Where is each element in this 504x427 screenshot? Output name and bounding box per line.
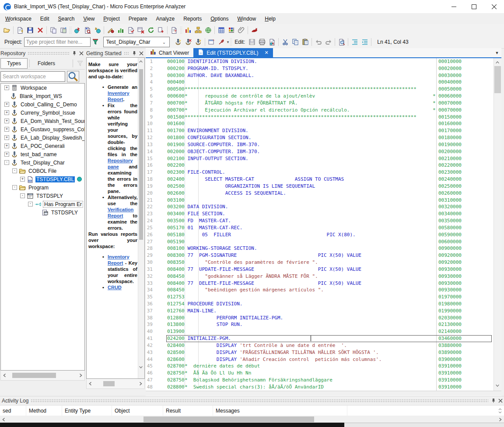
tree-item-curreny-symbol-issue[interactable]: +Curreny_Symbol_Issue	[1, 108, 84, 117]
delete-button[interactable]	[35, 25, 45, 35]
scroll-up-icon[interactable]	[139, 59, 144, 65]
code-line[interactable]: 37012760 MAIN-LINE.01990000	[146, 308, 501, 315]
tree-item-has-program-er[interactable]: -Has Program Er	[1, 200, 84, 208]
menu-prepare[interactable]: Prepare	[124, 14, 152, 23]
report-check-button[interactable]	[126, 25, 136, 35]
diagram-callie-button[interactable]	[193, 25, 203, 35]
indent-button[interactable]	[350, 37, 360, 47]
minimize-button[interactable]	[444, 0, 464, 13]
tree-item-tstdsply-cbl[interactable]: +TSTDSPLY.CBL	[1, 175, 84, 183]
column-header-messages[interactable]: Messages	[213, 406, 347, 416]
tab-folders[interactable]: Folders	[32, 59, 61, 68]
menu-view[interactable]: View	[79, 14, 99, 23]
code-line[interactable]: 44028600 DISPLAY 'Añadir Creación contro…	[146, 356, 501, 363]
expand-icon[interactable]: +	[4, 135, 9, 140]
scroll-left-icon[interactable]	[0, 417, 8, 422]
tree-item-test-display-char[interactable]: -Test_Display_Char	[1, 158, 84, 167]
tree-item-program[interactable]: -Program	[1, 183, 84, 192]
activity-log-hscrollbar[interactable]	[0, 416, 504, 423]
code-line[interactable]: 25005170 01 MASTER-CAT-REC.00580000	[146, 224, 501, 231]
code-line[interactable]: 13001900 SOURCE-COMPUTER. IBM-370.001900…	[146, 141, 501, 148]
tree-item-tstdsply[interactable]: -TSTDSPLY	[1, 192, 84, 200]
maximize-button[interactable]	[464, 0, 484, 13]
column-header-entity-type[interactable]: Entity Type	[62, 406, 112, 416]
pin-icon[interactable]	[131, 50, 138, 56]
column-header-sed[interactable]: sed	[0, 406, 26, 416]
web-client-button[interactable]	[203, 25, 213, 35]
collapse-icon[interactable]: -	[12, 168, 17, 173]
menu-window[interactable]: Window	[233, 14, 261, 23]
search-button[interactable]	[67, 71, 79, 82]
code-line[interactable]: 30008350 "Contrôle des paramètres de fév…	[146, 259, 501, 266]
save-grey-button[interactable]	[247, 37, 257, 47]
move-files-button[interactable]	[58, 25, 68, 35]
tree-item-blank-import-ws[interactable]: Blank_Import_WS	[1, 92, 84, 100]
menu-workspace[interactable]: Workspace	[1, 14, 36, 23]
drop-results-button[interactable]	[136, 25, 146, 35]
find-preview-button[interactable]	[336, 37, 346, 47]
code-line[interactable]: 2700519000600000	[146, 238, 501, 245]
close-tab-icon[interactable]: ✕	[264, 50, 268, 56]
code-line[interactable]: 17002300 FILE-CONTROL.00230000	[146, 169, 501, 176]
verify-doc-button[interactable]	[267, 37, 277, 47]
invalidate-button[interactable]	[105, 25, 116, 35]
redo-grey-button[interactable]	[323, 37, 333, 47]
run-deer-button[interactable]	[249, 25, 259, 35]
expand-icon[interactable]: +	[4, 110, 9, 115]
repository-tree[interactable]: +WorkspaceBlank_Import_WS+Cobol_Calling_…	[0, 83, 85, 371]
code-line[interactable]: 38012800 PERFORM INITIALIZE-PGM.02030000	[146, 315, 501, 322]
code-line[interactable]: 24003500 FD MASTER-CAT.00350000	[146, 217, 501, 224]
scroll-right-icon[interactable]	[77, 373, 84, 378]
code-line[interactable]: 6000600* repoussé de contrôle de la ajou…	[146, 93, 501, 100]
tree-item-cobol-file[interactable]: -COBOL File	[1, 167, 84, 175]
code-line[interactable]: 1000160000160000	[146, 120, 501, 127]
code-line[interactable]: 7000700* ÅTGÄRD högsta för FÖRBÄTTRAT PÅ…	[146, 100, 501, 107]
code-line[interactable]: 34008450 "beëindigen gestión márgenes ar…	[146, 287, 501, 294]
collapse-icon[interactable]: -	[4, 160, 9, 165]
tree-item-ea-lab-display-swedish-c[interactable]: +EA_Lab_Display_Swedish_C	[1, 133, 84, 142]
scroll-down-icon[interactable]	[495, 383, 500, 389]
project-select[interactable]: Test_Display_Char ⌄	[103, 37, 170, 47]
column-header-object[interactable]: Object	[112, 406, 163, 416]
column-header-method[interactable]: Method	[26, 406, 62, 416]
verify-button[interactable]	[72, 25, 82, 35]
tree-item-cobol-calling-c-demo[interactable]: +Cobol_Calling_C_Demo	[1, 100, 84, 108]
tab-list-dropdown-icon[interactable]: ▼	[493, 48, 501, 57]
tree-item-workspace[interactable]: +Workspace	[1, 84, 84, 92]
expand-icon[interactable]: +	[20, 177, 25, 182]
tree-item-test-bad-name[interactable]: +test_bad_name	[1, 150, 84, 158]
code-line[interactable]: 48028800* Swedish special chars(3): åÅ/ä…	[146, 384, 501, 391]
code-line[interactable]: 11001700 ENVIRONMENT DIVISION.00170000	[146, 127, 501, 134]
expand-icon[interactable]: +	[4, 85, 9, 90]
tab-chart-viewer[interactable]: Chart Viewer	[146, 48, 193, 57]
code-line[interactable]: 36012754 PROCEDURE DIVISION.01980000	[146, 301, 501, 308]
scroll-updown-icons[interactable]	[498, 406, 502, 416]
link-crud[interactable]: CRUD	[108, 285, 122, 290]
attachments-button[interactable]	[236, 25, 246, 35]
expand-icon[interactable]: +	[4, 119, 9, 123]
project-options-button[interactable]	[217, 37, 227, 47]
code-line[interactable]: 32008450 "godkänner så Lägger ÄNDRA MÅST…	[146, 273, 501, 280]
close-icon[interactable]	[78, 50, 85, 56]
code-line[interactable]: 12001800 CONFIGURATION SECTION.00180000	[146, 134, 501, 141]
export-results-button[interactable]	[156, 25, 166, 35]
getting-started-vscrollbar[interactable]	[138, 58, 144, 378]
scroll-left-icon[interactable]	[1, 373, 9, 378]
pin-icon[interactable]	[71, 50, 78, 56]
close-icon[interactable]	[497, 398, 504, 404]
code-line[interactable]: 20002600 ACCESS IS SEQUENTIAL.00260000	[146, 190, 501, 197]
scroll-left-icon[interactable]	[87, 382, 94, 386]
project-wizard-button[interactable]	[193, 37, 203, 47]
code-line[interactable]: 45028700* dernière dates de début0391000…	[146, 363, 501, 370]
code-line[interactable]: 29008300 77 PGM-SIGNATURE PIC X(50) VALU…	[146, 252, 501, 259]
project-options-caret[interactable]: ▾	[227, 40, 229, 44]
menu-reports[interactable]: Reports	[179, 14, 206, 23]
paste-button[interactable]	[300, 37, 310, 47]
scroll-down-icon[interactable]	[139, 364, 144, 371]
search-input[interactable]	[0, 71, 65, 82]
link-inventory-report[interactable]: Inventory Report	[108, 91, 130, 102]
code-line[interactable]: 31008400 77 UPDATE-FILE-MESSAGE PIC X(50…	[146, 266, 501, 273]
project-filter-icon[interactable]	[91, 37, 101, 47]
code-line[interactable]: 28008100 WORKING-STORAGE SECTION.0090000…	[146, 245, 501, 252]
copy-button[interactable]	[290, 37, 300, 47]
